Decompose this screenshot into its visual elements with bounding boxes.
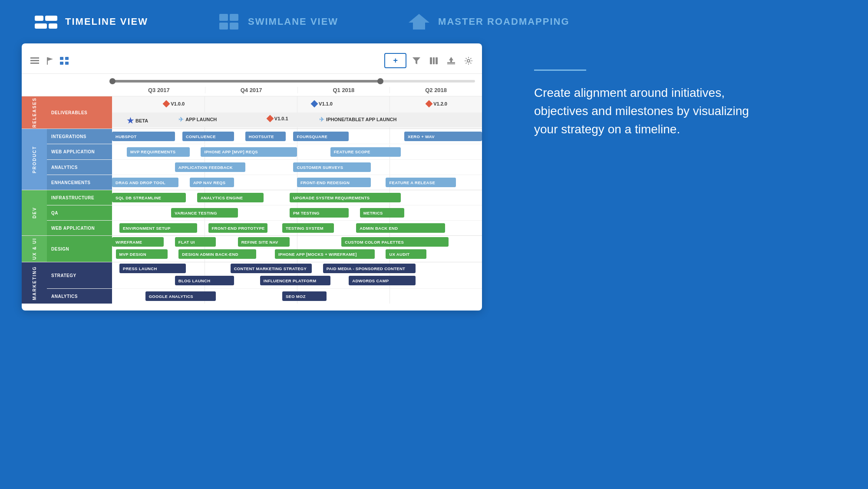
quarter-q1-2018: Q1 2018 (298, 87, 390, 93)
bar-wireframe: WIREFRAME (112, 237, 164, 247)
timeline-scrollbar[interactable] (22, 74, 482, 84)
svg-rect-12 (47, 57, 48, 65)
bar-influencer: INFLUENCER PLATFORM (260, 276, 330, 285)
bar-foursquare: FOURSQUARE (293, 132, 349, 141)
row-content-enhancements: DRAG AND DROP TOOL APP NAV REQS FRONT-EN… (112, 175, 482, 190)
bar-refine-nav: REFINE SITE NAV (238, 237, 290, 247)
svg-marker-8 (409, 14, 429, 30)
bar-admin-back: ADMIN BACK END (356, 223, 445, 233)
nav-swimlane-label: SWIMLANE VIEW (248, 16, 338, 27)
bar-pm-testing: PM TESTING (290, 208, 349, 218)
quarter-q3-2017: Q3 2017 (113, 87, 205, 93)
bar-flat-ui: FLAT UI (175, 237, 216, 247)
svg-rect-20 (433, 57, 435, 64)
svg-rect-7 (230, 23, 238, 30)
bar-hootsuite: HOOTSUITE (245, 132, 286, 141)
bar-mvp-design: MVP DESIGN (116, 249, 168, 259)
row-content-qa: VARIANCE TESTING PM TESTING METRICS (112, 205, 482, 220)
row-marketing-analytics: ANALYTICS GOOGLE ANALYTICS SEO MOZ (47, 289, 482, 304)
timeline-icon (35, 13, 57, 30)
row-label-integrations: INTEGRATIONS (47, 129, 112, 144)
nav-swimlane[interactable]: SWIMLANE VIEW (218, 13, 338, 30)
row-design: DESIGN WIREFRAME FLAT UI REFINE SITE NAV… (47, 236, 482, 262)
group-releases: RELEASES DELIVERABLES V1.0.0 (22, 96, 482, 129)
bar-iphone-mvp: IPHONE APP [MVP] REQS (201, 147, 297, 157)
group-product: PRODUCT INTEGRATIONS HUBSPOT CONFLUENCE … (22, 129, 482, 190)
bar-app-nav: APP NAV REQS (190, 178, 234, 187)
group-label-marketing: MARKETING (22, 262, 47, 304)
quarter-q2-2018: Q2 2018 (390, 87, 482, 93)
bar-analytics-engine: ANALYTICS ENGINE (197, 193, 264, 202)
row-content-analytics: APPLICATION FEEDBACK CUSTOMER SURVEYS (112, 160, 482, 175)
svg-rect-15 (65, 57, 69, 60)
row-label-marketing-analytics: ANALYTICS (47, 289, 112, 304)
svg-rect-0 (35, 16, 43, 21)
row-content-web-app: MVP REQUIREMENTS IPHONE APP [MVP] REQS F… (112, 145, 482, 159)
milestone-beta: ★ BETA (127, 116, 148, 126)
svg-marker-24 (449, 57, 453, 63)
flag-icon[interactable] (43, 55, 56, 67)
list-view-icon[interactable] (29, 55, 41, 67)
svg-rect-23 (447, 63, 455, 64)
bar-frontend-proto: FRONT-END PROTOTYPE (208, 223, 267, 233)
bar-sql-db: SQL DB STREAMLINE (112, 193, 186, 202)
svg-rect-9 (30, 57, 39, 59)
add-button[interactable]: + (384, 53, 406, 68)
svg-rect-21 (436, 57, 438, 64)
grid-view-icon[interactable] (58, 55, 70, 67)
toolbar: + (22, 50, 482, 74)
row-content-strategy: PRESS LAUNCH CONTENT MARKETING STRATEGY … (112, 262, 482, 288)
nav-master-label: MASTER ROADMAPPING (438, 16, 569, 27)
row-label-deliverables: DELIVERABLES (47, 96, 112, 129)
row-qa: QA VARIANCE TESTING PM TESTING METRICS (47, 205, 482, 221)
group-label-dev: DEV (22, 190, 47, 235)
svg-rect-3 (49, 23, 57, 29)
bar-press-launch: PRESS LAUNCH (119, 264, 186, 273)
bar-mvp-req: MVP REQUIREMENTS (127, 147, 190, 157)
svg-rect-16 (60, 62, 63, 65)
row-infrastructure: INFRASTRUCTURE SQL DB STREAMLINE ANALYTI… (47, 190, 482, 205)
svg-rect-1 (45, 16, 57, 21)
columns-icon[interactable] (427, 54, 440, 67)
row-content-web-app-dev: ENVIRONMENT SETUP FRONT-END PROTOTYPE TE… (112, 221, 482, 235)
row-label-qa: QA (47, 205, 112, 220)
milestone-iphone-launch: ✈ IPHONE/TABLET APP LAUNCH (319, 116, 396, 123)
nav-timeline[interactable]: TIMELINE VIEW (35, 13, 148, 30)
row-label-enhancements: ENHANCEMENTS (47, 175, 112, 190)
filter-icon[interactable] (410, 54, 423, 67)
svg-rect-14 (60, 57, 63, 60)
svg-rect-11 (30, 63, 39, 64)
bar-seo-moz: SEO MOZ (282, 291, 327, 301)
row-enhancements: ENHANCEMENTS DRAG AND DROP TOOL APP NAV … (47, 175, 482, 190)
quarters-header: Q3 2017 Q4 2017 Q1 2018 Q2 2018 (22, 84, 482, 96)
bar-adwords: ADWORDS CAMP (349, 276, 415, 285)
bar-feature-a: FEATURE A RELEASE (386, 178, 456, 187)
milestone-app-launch: ✈ APP LAUNCH (178, 116, 217, 123)
bar-testing-sys: TESTING SYSTEM (282, 223, 334, 233)
svg-rect-4 (219, 14, 228, 21)
milestone-v100: V1.0.0 (164, 101, 185, 106)
svg-rect-2 (35, 23, 47, 29)
row-content-deliverables: V1.0.0 V1.1.0 V1.2.0 (112, 96, 482, 129)
bar-content-marketing: CONTENT MARKETING STRATEGY (231, 264, 312, 273)
export-icon[interactable] (445, 54, 458, 67)
bar-google-analytics: GOOGLE ANALYTICS (145, 291, 216, 301)
row-label-web-app-dev: WEB APPLICATION (47, 221, 112, 235)
row-content-infrastructure: SQL DB STREAMLINE ANALYTICS ENGINE UPGRA… (112, 190, 482, 205)
master-icon (408, 13, 430, 30)
svg-marker-13 (48, 57, 53, 61)
nav-master[interactable]: MASTER ROADMAPPING (408, 13, 569, 30)
group-dev: DEV INFRASTRUCTURE SQL DB STREAMLINE ANA… (22, 190, 482, 236)
main-content: + (0, 43, 868, 311)
bar-upgrade-sys: UPGRADE SYSTEM REQUIREMENTS (290, 193, 401, 202)
quarter-q4-2017: Q4 2017 (205, 87, 298, 93)
svg-rect-5 (230, 14, 238, 21)
row-content-design: WIREFRAME FLAT UI REFINE SITE NAV CUSTOM… (112, 236, 482, 262)
bar-app-feedback: APPLICATION FEEDBACK (175, 162, 245, 172)
milestone-v110: V1.1.0 (312, 101, 333, 106)
swimlane-icon (218, 13, 240, 30)
svg-point-25 (467, 59, 470, 62)
settings-icon[interactable] (462, 54, 475, 67)
bar-blog-launch: BLOG LAUNCH (175, 276, 234, 285)
svg-marker-18 (413, 57, 420, 64)
